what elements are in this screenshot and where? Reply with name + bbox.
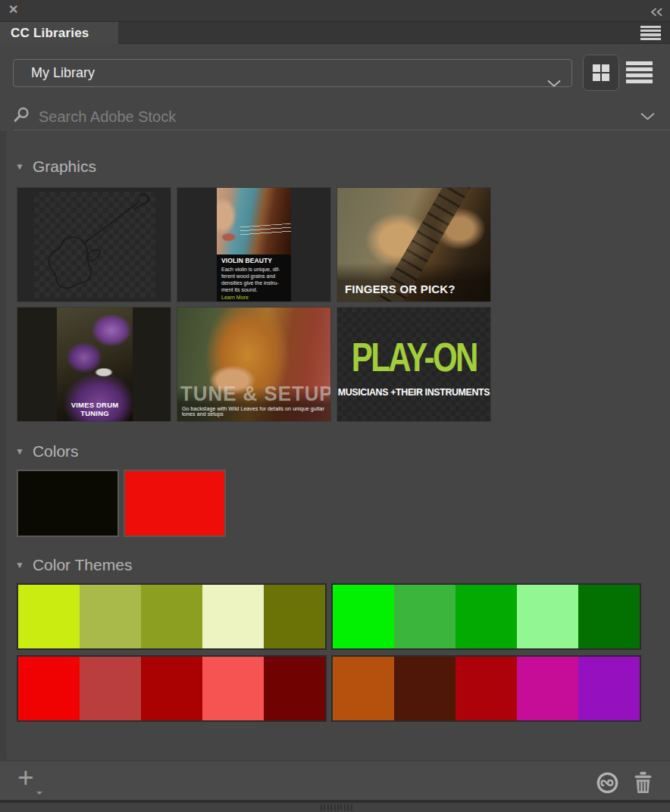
panel-bottom-strip — [0, 800, 670, 812]
color-themes-section-header[interactable]: ▼ Color Themes — [15, 556, 132, 574]
guitar-outline-sketch — [34, 192, 155, 298]
theme-color-swatch[interactable] — [517, 585, 578, 648]
grid-view-icon — [593, 64, 609, 81]
graphic-item-vimes-drum-tuning[interactable]: VIMES DRUM TUNING — [17, 307, 171, 422]
theme-color-swatch[interactable] — [202, 585, 264, 648]
theme-color-swatch[interactable] — [141, 657, 202, 720]
violin-strings — [240, 223, 291, 238]
theme-color-swatch[interactable] — [333, 657, 394, 720]
violin-ad-body-line: ment its sound. — [221, 286, 286, 293]
tab-cc-libraries[interactable]: CC Libraries — [0, 22, 118, 44]
graphic-item-violin-beauty[interactable]: VIOLIN BEAUTY Each violin is unique, dif… — [177, 187, 331, 302]
collapse-triangle-icon: ▼ — [15, 446, 24, 457]
search-scope-chevron-icon[interactable] — [640, 110, 655, 123]
theme-color-swatch[interactable] — [456, 657, 517, 720]
color-swatch-black[interactable] — [17, 470, 119, 537]
theme-color-swatch[interactable] — [394, 657, 456, 720]
delete-trash-icon[interactable] — [634, 772, 653, 796]
collapse-triangle-icon: ▼ — [15, 560, 24, 570]
violin-ad-text: VIOLIN BEAUTY Each violin is unique, dif… — [217, 255, 291, 301]
color-swatch-red[interactable] — [124, 470, 226, 537]
violin-photo — [217, 188, 291, 255]
theme-color-swatch[interactable] — [80, 657, 141, 720]
graphics-grid: VIOLIN BEAUTY Each violin is unique, dif… — [17, 187, 491, 422]
theme-color-swatch[interactable] — [18, 657, 80, 720]
vimes-drum-tuning-title: VIMES DRUM TUNING — [57, 401, 133, 417]
list-view-button[interactable] — [626, 61, 653, 83]
graphic-item-play-on[interactable]: PLAY-ON MUSICIANS +THEIR INSTRUMENTS — [337, 307, 491, 422]
colors-section-header[interactable]: ▼ Colors — [15, 442, 79, 461]
play-on-title: PLAY-ON — [351, 334, 476, 382]
violin-ad-body-line: Each violin is unique, dif- — [221, 266, 286, 273]
theme-color-swatch[interactable] — [141, 585, 202, 648]
panel-menu-icon[interactable] — [640, 26, 661, 40]
color-swatches — [17, 470, 226, 537]
search-icon — [13, 106, 30, 126]
colors-section-label: Colors — [33, 442, 79, 461]
play-on-subtitle: MUSICIANS +THEIR INSTRUMENTS — [338, 386, 490, 398]
theme-color-swatch[interactable] — [517, 657, 578, 720]
graphics-section-label: Graphics — [33, 158, 96, 176]
left-edge-strip — [0, 131, 6, 760]
collapse-panel-icon[interactable] — [650, 6, 663, 20]
theme-color-swatch[interactable] — [80, 585, 141, 648]
graphic-item-guitar-sketch[interactable] — [17, 187, 171, 302]
grid-view-button[interactable] — [583, 55, 619, 91]
tune-and-setup-caption: Go backstage with Wild Leaves for detail… — [182, 406, 330, 417]
chevron-down-icon — [547, 70, 561, 96]
collapse-triangle-icon: ▼ — [15, 161, 24, 172]
violin-ad-body-line: densities give the instru- — [221, 280, 286, 286]
theme-color-swatch[interactable] — [394, 585, 456, 648]
search-input[interactable] — [37, 105, 465, 129]
color-theme-yellow-green[interactable] — [17, 583, 327, 650]
panel-title-bar: ✕ — [0, 0, 670, 22]
transparency-checkerboard — [34, 192, 155, 298]
tune-and-setup-title: TUNE & SETUP — [180, 383, 321, 406]
theme-color-swatch[interactable] — [264, 657, 325, 720]
add-content-button[interactable]: + — [17, 763, 34, 793]
graphics-section-header[interactable]: ▼ Graphics — [15, 158, 96, 176]
violin-ad-body-line: ferent wood grains and — [221, 273, 286, 280]
graphic-item-fingers-or-pick[interactable]: FINGERS OR PICK? — [337, 187, 491, 302]
header-divider — [14, 130, 670, 130]
close-icon[interactable]: ✕ — [8, 2, 18, 17]
tab-bar: CC Libraries — [0, 22, 670, 44]
color-theme-warm-magenta[interactable] — [331, 655, 641, 722]
learn-more-link: Learn More — [221, 295, 286, 300]
theme-color-swatch[interactable] — [578, 657, 640, 720]
play-on-artwork: PLAY-ON MUSICIANS +THEIR INSTRUMENTS — [337, 308, 490, 421]
color-theme-red[interactable] — [17, 655, 327, 722]
resize-grip-handle[interactable] — [321, 804, 354, 810]
graphic-item-tune-and-setup[interactable]: TUNE & SETUP Go backstage with Wild Leav… — [177, 307, 331, 422]
theme-color-swatch[interactable] — [202, 657, 264, 720]
theme-color-swatch[interactable] — [333, 585, 394, 648]
drum-kit-photo: VIMES DRUM TUNING — [57, 308, 133, 421]
panel-toolbar: + — [0, 760, 670, 800]
add-content-dropdown-triangle-icon[interactable] — [36, 792, 42, 798]
library-select[interactable]: My Library — [13, 59, 572, 87]
theme-color-swatch[interactable] — [18, 585, 80, 648]
library-select-value: My Library — [31, 65, 95, 80]
color-theme-green[interactable] — [331, 583, 641, 650]
theme-color-swatch[interactable] — [456, 585, 517, 648]
color-themes-section-label: Color Themes — [33, 556, 133, 574]
cc-libraries-panel: ✕ CC Libraries My Library ▼ Graphics — [0, 0, 670, 812]
violin-ad-image: VIOLIN BEAUTY Each violin is unique, dif… — [217, 188, 291, 301]
theme-color-swatch[interactable] — [264, 585, 325, 648]
theme-color-swatch[interactable] — [578, 585, 640, 648]
creative-cloud-sync-icon[interactable] — [596, 771, 619, 798]
violin-ad-title: VIOLIN BEAUTY — [221, 257, 286, 264]
color-themes-grid — [17, 583, 641, 722]
fingers-or-pick-title: FINGERS OR PICK? — [345, 283, 456, 295]
